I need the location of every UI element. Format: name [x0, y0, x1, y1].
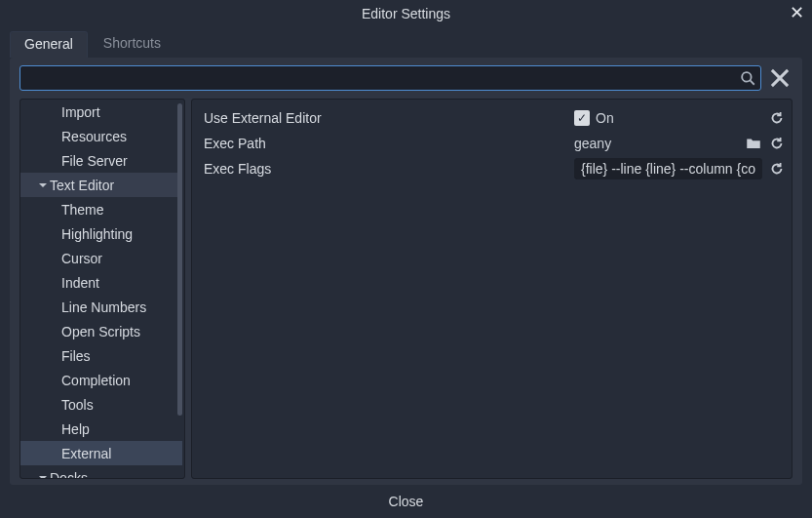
close-button[interactable]: Close	[373, 490, 440, 513]
sidebar-item-indent[interactable]: Indent	[20, 270, 182, 295]
sidebar-item-label: Indent	[61, 275, 99, 291]
sidebar-item-help[interactable]: Help	[20, 417, 182, 441]
property-use-external-editor: Use External Editor ✓ On	[198, 105, 786, 131]
sidebar-item-label: Highlighting	[61, 226, 133, 242]
exec-path-value[interactable]: geany	[574, 136, 739, 151]
close-icon[interactable]: ✕	[790, 2, 804, 23]
sidebar-item-file-server[interactable]: File Server	[20, 148, 182, 173]
revert-icon[interactable]	[768, 135, 786, 152]
property-label: Exec Path	[198, 136, 568, 151]
property-label: Exec Flags	[198, 161, 568, 177]
sidebar-item-resources[interactable]: Resources	[20, 124, 182, 148]
property-label: Use External Editor	[198, 110, 568, 126]
chevron-down-icon	[38, 470, 48, 480]
tabs: General Shortcuts	[0, 27, 812, 58]
window-title: Editor Settings	[362, 6, 450, 21]
svg-point-0	[742, 72, 751, 81]
sidebar-section-text-editor[interactable]: Text Editor	[20, 173, 182, 197]
search-field[interactable]	[19, 65, 761, 91]
sidebar-item-label: Docks	[50, 470, 88, 480]
folder-icon[interactable]	[745, 135, 762, 152]
sidebar-scrollbar[interactable]	[177, 103, 182, 416]
sidebar-item-completion[interactable]: Completion	[20, 368, 182, 392]
sidebar-item-label: Open Scripts	[61, 324, 140, 339]
sidebar-item-label: External	[61, 446, 111, 461]
sidebar-item-cursor[interactable]: Cursor	[20, 246, 182, 270]
sidebar-item-label: Line Numbers	[61, 299, 146, 315]
content-area: ImportResourcesFile ServerText EditorThe…	[10, 58, 802, 485]
sidebar-item-label: Text Editor	[50, 178, 114, 193]
sidebar-item-label: File Server	[61, 153, 128, 169]
sidebar-item-tools[interactable]: Tools	[20, 392, 182, 417]
sidebar-item-files[interactable]: Files	[20, 343, 182, 368]
titlebar: Editor Settings ✕	[0, 0, 812, 27]
sidebar-item-label: Theme	[61, 202, 104, 218]
sidebar-item-label: Files	[61, 348, 91, 364]
body: ImportResourcesFile ServerText EditorThe…	[19, 99, 793, 479]
sidebar-section-docks[interactable]: Docks	[20, 465, 182, 479]
clear-search-icon[interactable]	[767, 65, 793, 91]
sidebar-item-highlighting[interactable]: Highlighting	[20, 221, 182, 246]
sidebar-item-label: Cursor	[61, 251, 102, 266]
sidebar-item-label: Import	[61, 104, 100, 120]
tab-shortcuts[interactable]: Shortcuts	[90, 31, 174, 58]
search-input[interactable]	[24, 70, 739, 86]
sidebar-item-label: Resources	[61, 129, 127, 144]
exec-flags-input[interactable]	[574, 158, 762, 179]
sidebar-item-external[interactable]: External	[20, 441, 182, 465]
svg-line-1	[750, 80, 754, 84]
search-row	[19, 58, 793, 99]
checkbox-on-text: On	[596, 110, 614, 126]
sidebar-item-line-numbers[interactable]: Line Numbers	[20, 295, 182, 319]
sidebar-item-label: Completion	[61, 373, 131, 388]
revert-icon[interactable]	[768, 109, 786, 127]
chevron-down-icon	[38, 178, 48, 193]
checkbox-use-external-editor[interactable]: ✓	[574, 110, 590, 126]
property-exec-path: Exec Path geany	[198, 131, 786, 156]
revert-icon[interactable]	[768, 160, 786, 178]
sidebar-item-import[interactable]: Import	[20, 100, 182, 124]
property-panel: Use External Editor ✓ On Exec Path geany	[191, 99, 793, 479]
sidebar: ImportResourcesFile ServerText EditorThe…	[19, 99, 185, 479]
sidebar-item-open-scripts[interactable]: Open Scripts	[20, 319, 182, 343]
sidebar-item-label: Tools	[61, 397, 94, 413]
property-exec-flags: Exec Flags	[198, 156, 786, 181]
tab-general[interactable]: General	[10, 31, 88, 58]
sidebar-item-theme[interactable]: Theme	[20, 197, 182, 221]
search-icon	[739, 69, 756, 87]
footer: Close	[0, 485, 812, 518]
sidebar-item-label: Help	[61, 421, 90, 437]
